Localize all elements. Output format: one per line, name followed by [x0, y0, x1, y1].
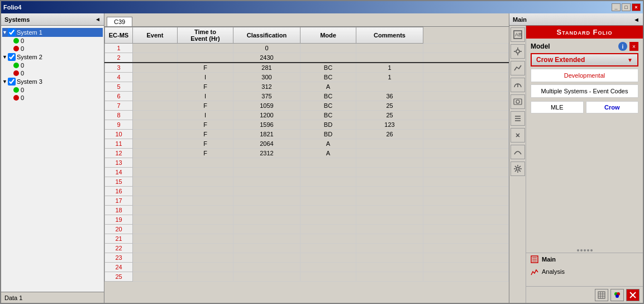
- cell-ecms[interactable]: [133, 130, 178, 139]
- cell-ecms[interactable]: [133, 92, 178, 101]
- cell-comments[interactable]: [423, 234, 509, 244]
- cell-class[interactable]: [300, 196, 356, 206]
- cell-mode[interactable]: [356, 225, 423, 234]
- cell-ecms[interactable]: [133, 120, 178, 130]
- cell-event[interactable]: F: [178, 101, 233, 111]
- crow-button[interactable]: Crow: [586, 101, 639, 113]
- multiple-systems-button[interactable]: Multiple Systems - Event Codes: [531, 84, 638, 98]
- cell-time[interactable]: [233, 215, 300, 225]
- model-close-button[interactable]: ×: [629, 42, 638, 51]
- cell-event[interactable]: I: [178, 111, 233, 120]
- system-3-toggle[interactable]: ▼: [2, 79, 8, 84]
- cell-ecms[interactable]: [133, 196, 178, 206]
- developmental-button[interactable]: Developmental: [531, 69, 638, 82]
- cell-time[interactable]: [233, 196, 300, 206]
- cell-time[interactable]: [233, 168, 300, 177]
- cell-ecms[interactable]: [133, 82, 178, 92]
- system-3-checkbox[interactable]: [8, 78, 16, 86]
- cell-ecms[interactable]: [133, 225, 178, 234]
- cell-time[interactable]: [233, 253, 300, 263]
- cell-event[interactable]: [178, 53, 233, 63]
- cell-comments[interactable]: [423, 187, 509, 196]
- cell-event[interactable]: F: [178, 139, 233, 149]
- system-2-item[interactable]: ▼ System 2: [2, 53, 103, 61]
- cell-mode[interactable]: [356, 82, 423, 92]
- cell-event[interactable]: [178, 168, 233, 177]
- cell-mode[interactable]: [356, 158, 423, 168]
- cell-event[interactable]: I: [178, 92, 233, 101]
- cell-event[interactable]: [178, 187, 233, 196]
- cell-mode[interactable]: [356, 215, 423, 225]
- cell-time[interactable]: [233, 206, 300, 215]
- cell-comments[interactable]: [423, 244, 509, 253]
- cell-class[interactable]: [300, 225, 356, 234]
- cell-ecms[interactable]: [133, 101, 178, 111]
- cell-mode[interactable]: [356, 196, 423, 206]
- cell-mode[interactable]: 26: [356, 130, 423, 139]
- cell-class[interactable]: [300, 53, 356, 63]
- cell-comments[interactable]: [423, 263, 509, 272]
- cell-class[interactable]: [300, 187, 356, 196]
- cell-ecms[interactable]: [133, 158, 178, 168]
- cell-mode[interactable]: [356, 244, 423, 253]
- cell-comments[interactable]: [423, 158, 509, 168]
- cell-ecms[interactable]: [133, 206, 178, 215]
- cell-ecms[interactable]: [133, 272, 178, 282]
- tool-chart-button[interactable]: [511, 61, 525, 75]
- cell-event[interactable]: [178, 177, 233, 187]
- cell-class[interactable]: BC: [300, 73, 356, 82]
- cell-comments[interactable]: [423, 53, 509, 63]
- cell-comments[interactable]: [423, 196, 509, 206]
- tool-gear-button[interactable]: [511, 162, 525, 176]
- cell-comments[interactable]: [423, 139, 509, 149]
- cell-comments[interactable]: [423, 206, 509, 215]
- cell-class[interactable]: [300, 168, 356, 177]
- cell-comments[interactable]: [423, 149, 509, 158]
- cell-event[interactable]: [178, 225, 233, 234]
- system-2-toggle[interactable]: ▼: [2, 54, 8, 60]
- cell-class[interactable]: [300, 253, 356, 263]
- cell-time[interactable]: [233, 177, 300, 187]
- cell-comments[interactable]: [423, 253, 509, 263]
- cell-mode[interactable]: [356, 149, 423, 158]
- cell-mode[interactable]: 1: [356, 63, 423, 73]
- system-1-toggle[interactable]: ▼: [2, 30, 8, 35]
- cell-comments[interactable]: [423, 63, 509, 73]
- cell-mode[interactable]: 36: [356, 92, 423, 101]
- spreadsheet[interactable]: EC-MS Event Time toEvent (Hr) Classifica…: [104, 27, 509, 303]
- tool-bluetooth-button[interactable]: [511, 128, 525, 142]
- cell-mode[interactable]: [356, 139, 423, 149]
- cell-time[interactable]: 1059: [233, 101, 300, 111]
- tool-curve-button[interactable]: [511, 145, 525, 159]
- tab-c39[interactable]: C39: [107, 17, 132, 26]
- cell-time[interactable]: 312: [233, 82, 300, 92]
- cell-class[interactable]: BC: [300, 92, 356, 101]
- close-button[interactable]: ×: [632, 3, 641, 11]
- cell-ecms[interactable]: [133, 187, 178, 196]
- cell-class[interactable]: [300, 272, 356, 282]
- cell-event[interactable]: F: [178, 120, 233, 130]
- cell-time[interactable]: [233, 244, 300, 253]
- cell-class[interactable]: A: [300, 82, 356, 92]
- cell-mode[interactable]: [356, 177, 423, 187]
- cell-class[interactable]: BC: [300, 111, 356, 120]
- maximize-button[interactable]: □: [622, 3, 631, 11]
- cell-time[interactable]: 281: [233, 63, 300, 73]
- cell-mode[interactable]: [356, 187, 423, 196]
- cell-comments[interactable]: [423, 120, 509, 130]
- cell-event[interactable]: [178, 234, 233, 244]
- mle-button[interactable]: MLE: [531, 101, 584, 113]
- cell-comments[interactable]: [423, 82, 509, 92]
- tool-photo-button[interactable]: [511, 94, 525, 109]
- cell-comments[interactable]: [423, 44, 509, 53]
- cell-ecms[interactable]: [133, 111, 178, 120]
- cell-ecms[interactable]: [133, 263, 178, 272]
- cell-ecms[interactable]: [133, 44, 178, 53]
- cell-mode[interactable]: [356, 263, 423, 272]
- cell-time[interactable]: 2430: [233, 53, 300, 63]
- cell-class[interactable]: [300, 206, 356, 215]
- cell-event[interactable]: [178, 272, 233, 282]
- cell-class[interactable]: BD: [300, 130, 356, 139]
- cell-time[interactable]: 0: [233, 44, 300, 53]
- cell-comments[interactable]: [423, 101, 509, 111]
